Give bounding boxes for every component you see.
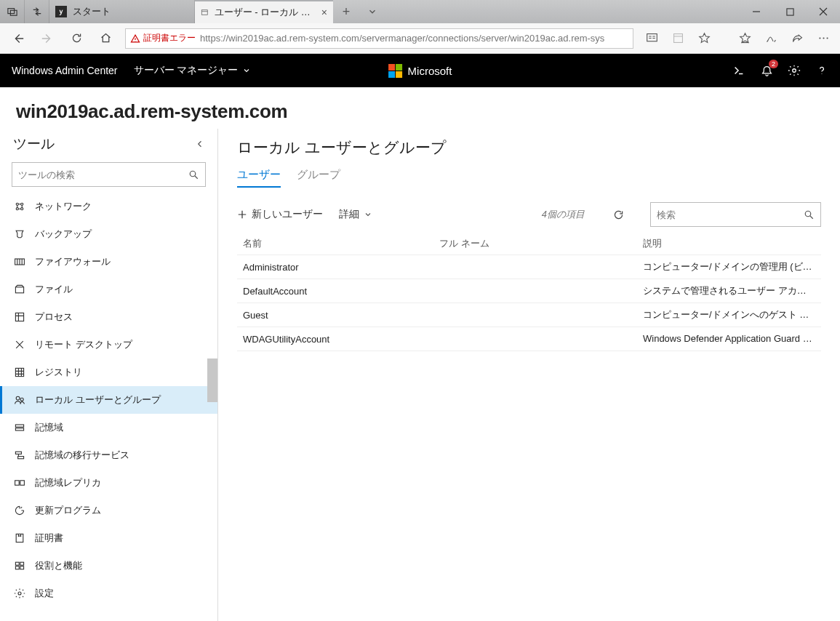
task-switch-button[interactable] — [25, 0, 49, 23]
microsoft-label: Microsoft — [408, 65, 452, 77]
favorites-hub-button[interactable] — [732, 25, 757, 52]
new-user-button[interactable]: 新しいユーザー — [237, 208, 323, 221]
command-bar: 新しいユーザー 詳細 4個の項目 — [237, 202, 821, 227]
tool-icon — [13, 283, 26, 296]
sidebar-item-label: ネットワーク — [35, 200, 92, 213]
svg-rect-4 — [647, 34, 657, 41]
start-tab-label: スタート — [73, 5, 111, 18]
nav-forward-button[interactable] — [33, 25, 61, 52]
users-search-input[interactable] — [657, 209, 804, 220]
sidebar-item[interactable]: ローカル ユーザーとグループ — [0, 386, 217, 414]
svg-rect-28 — [15, 562, 19, 565]
tab-users[interactable]: ユーザー — [237, 168, 281, 188]
nav-home-button[interactable] — [92, 25, 119, 52]
svg-point-20 — [20, 398, 23, 401]
svg-rect-17 — [15, 313, 23, 321]
tools-search[interactable] — [12, 162, 206, 187]
svg-point-6 — [819, 37, 820, 39]
svg-rect-5 — [673, 34, 682, 43]
svg-point-33 — [805, 211, 811, 217]
cell-description: Windows Defender Application Guard シナ... — [637, 327, 821, 351]
detail-button[interactable]: 詳細 — [339, 208, 372, 221]
sidebar-item-label: レジストリ — [35, 366, 82, 379]
wac-context-dropdown[interactable]: サーバー マネージャー — [134, 64, 252, 77]
cert-error-label: 証明書エラー — [143, 32, 196, 44]
reading-view-button[interactable] — [639, 25, 664, 52]
tool-icon — [13, 338, 26, 351]
sidebar-item[interactable]: ファイル — [0, 276, 217, 303]
share-button[interactable] — [785, 25, 809, 52]
new-user-label: 新しいユーザー — [252, 208, 323, 221]
certificate-error-badge[interactable]: 証明書エラー — [130, 32, 196, 44]
cell-fullname — [433, 279, 637, 303]
tool-icon — [13, 228, 26, 241]
favorite-button[interactable] — [692, 25, 716, 52]
sidebar-item-label: 記憶域レプリカ — [35, 476, 101, 489]
sidebar-item[interactable]: 設定 — [0, 580, 217, 607]
col-fullname[interactable]: フル ネーム — [433, 233, 637, 255]
svg-rect-1 — [10, 10, 17, 15]
tool-icon — [13, 421, 26, 434]
close-tab-icon[interactable]: × — [321, 7, 327, 18]
window-controls — [740, 0, 840, 23]
sidebar-item[interactable]: ファイアウォール — [0, 248, 217, 276]
cell-description: コンピューター/ドメインへのゲスト アク... — [637, 303, 821, 327]
maximize-button[interactable] — [773, 0, 807, 23]
tool-icon — [13, 366, 26, 379]
svg-rect-27 — [16, 534, 23, 542]
tools-search-input[interactable] — [18, 169, 188, 180]
svg-rect-18 — [15, 368, 23, 376]
sidebar-item[interactable]: 証明書 — [0, 524, 217, 552]
taskview-button[interactable] — [0, 0, 25, 23]
scrollbar-thumb[interactable] — [207, 358, 217, 402]
table-row[interactable]: DefaultAccountシステムで管理されるユーザー アカウント... — [237, 279, 821, 303]
nav-refresh-button[interactable] — [63, 25, 90, 52]
sidebar-item[interactable]: プロセス — [0, 303, 217, 331]
settings-gear-icon[interactable] — [788, 64, 801, 77]
sidebar-item[interactable]: 役割と機能 — [0, 552, 217, 580]
svg-rect-26 — [20, 481, 25, 485]
table-row[interactable]: WDAGUtilityAccountWindows Defender Appli… — [237, 327, 821, 351]
reading-list-button[interactable] — [665, 25, 690, 52]
svg-point-19 — [16, 396, 20, 400]
url-text: https://win2019ac.ad.rem-system.com/serv… — [200, 33, 604, 44]
start-tab[interactable]: ｙ スタート — [49, 0, 195, 23]
nav-back-button[interactable] — [4, 25, 32, 52]
table-row[interactable]: Administratorコンピューター/ドメインの管理用 (ビルト... — [237, 255, 821, 279]
svg-point-10 — [190, 171, 196, 177]
tab-groups[interactable]: グループ — [297, 168, 340, 188]
sidebar-item[interactable]: 記憶域 — [0, 414, 217, 441]
sidebar-item[interactable]: 更新プログラム — [0, 497, 217, 524]
svg-point-9 — [793, 69, 796, 73]
sidebar-item-label: 更新プログラム — [35, 504, 101, 517]
wac-brand[interactable]: Windows Admin Center — [12, 65, 118, 76]
search-icon — [804, 209, 815, 220]
svg-rect-30 — [15, 566, 19, 569]
close-window-button[interactable] — [807, 0, 840, 23]
sidebar-item[interactable]: ネットワーク — [0, 193, 217, 220]
col-description[interactable]: 説明 — [637, 233, 821, 255]
sidebar-item-label: リモート デスクトップ — [35, 338, 132, 351]
notes-button[interactable] — [759, 25, 783, 52]
sidebar-item[interactable]: レジストリ — [0, 358, 217, 386]
help-icon[interactable] — [815, 64, 828, 77]
url-field[interactable]: 証明書エラー https://win2019ac.ad.rem-system.c… — [125, 28, 633, 49]
settings-more-button[interactable] — [811, 25, 836, 52]
users-search[interactable] — [650, 202, 821, 227]
active-browser-tab[interactable]: ユーザー - ローカル ユーザーと × — [195, 0, 333, 23]
col-name[interactable]: 名前 — [237, 233, 433, 255]
collapse-sidebar-button[interactable] — [196, 140, 204, 148]
notifications-icon[interactable]: 2 — [760, 64, 773, 77]
refresh-button[interactable] — [611, 207, 625, 222]
tab-actions-button[interactable] — [359, 0, 385, 23]
minimize-button[interactable] — [740, 0, 773, 23]
svg-point-32 — [18, 592, 21, 595]
sidebar-item[interactable]: バックアップ — [0, 220, 217, 248]
table-row[interactable]: Guestコンピューター/ドメインへのゲスト アク... — [237, 303, 821, 327]
svg-point-8 — [826, 37, 828, 39]
powershell-icon[interactable] — [732, 64, 745, 77]
sidebar-item[interactable]: 記憶域の移行サービス — [0, 441, 217, 469]
new-tab-button[interactable]: + — [333, 0, 359, 23]
sidebar-item[interactable]: リモート デスクトップ — [0, 331, 217, 358]
sidebar-item[interactable]: 記憶域レプリカ — [0, 469, 217, 497]
